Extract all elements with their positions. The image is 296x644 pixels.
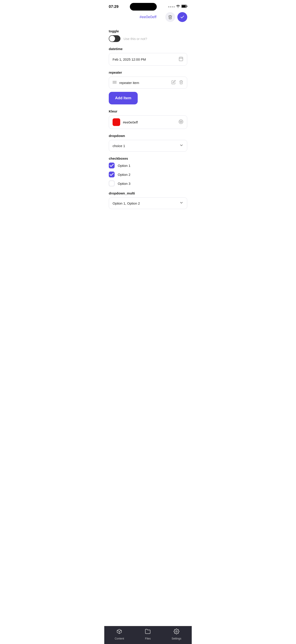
- status-bar: 07:29: [104, 0, 192, 12]
- header-title: #ee0e0eff: [140, 15, 156, 19]
- svg-point-10: [179, 120, 183, 124]
- signal-dots: [168, 6, 175, 8]
- svg-point-11: [180, 121, 180, 122]
- repeater-item-text: repeater item: [119, 81, 169, 85]
- svg-rect-2: [182, 6, 186, 8]
- checkbox-3[interactable]: [109, 180, 115, 186]
- repeater-section-label: repeater: [109, 70, 187, 74]
- toggle-switch[interactable]: [109, 35, 120, 42]
- checkbox-row-2[interactable]: Option 2: [109, 172, 187, 178]
- status-time: 07:29: [109, 4, 118, 9]
- svg-rect-9: [113, 83, 117, 84]
- repeater-item: repeater item: [109, 76, 187, 89]
- checkbox-list: Option 1 Option 2 Option 3: [109, 162, 187, 186]
- color-swatch: [113, 118, 120, 126]
- dropdown-multi-section-label: dropdown_multi: [109, 191, 187, 195]
- checkbox-label-1: Option 1: [118, 164, 131, 168]
- battery-icon: [181, 5, 187, 9]
- checkbox-label-2: Option 2: [118, 173, 131, 176]
- checkbox-2[interactable]: [109, 172, 115, 178]
- checkbox-row-3[interactable]: Option 3: [109, 180, 187, 186]
- palette-icon: [178, 119, 183, 125]
- datetime-section-label: datetime: [109, 47, 187, 51]
- repeater-delete-icon[interactable]: [179, 80, 183, 85]
- checkbox-row-1[interactable]: Option 1: [109, 162, 187, 168]
- wifi-icon: [176, 5, 180, 9]
- kleur-section-label: Kleur: [109, 109, 187, 113]
- dropdown-section-label: dropdown: [109, 134, 187, 138]
- svg-rect-1: [187, 6, 187, 7]
- datetime-value: Feb 1, 2025 12:00 PM: [113, 58, 146, 61]
- dropdown-multi-field[interactable]: Option 1, Option 2: [109, 198, 187, 209]
- toggle-hint: Use this or not?: [124, 37, 147, 41]
- checkbox-label-3: Option 3: [118, 182, 131, 186]
- confirm-button[interactable]: [177, 12, 187, 22]
- header: #ee0e0eff: [104, 12, 192, 22]
- checkbox-1[interactable]: [109, 162, 115, 168]
- status-pill: [130, 3, 157, 10]
- content-area: toggle Use this or not? datetime Feb 1, …: [104, 22, 192, 232]
- drag-handle-icon: [113, 80, 117, 85]
- dropdown-field[interactable]: choice 1: [109, 140, 187, 152]
- dropdown-chevron-icon: [179, 143, 183, 148]
- toggle-knob: [109, 36, 115, 42]
- toggle-row: Use this or not?: [109, 35, 187, 42]
- dropdown-value: choice 1: [113, 144, 125, 148]
- edit-icon[interactable]: [171, 80, 176, 85]
- svg-rect-7: [113, 81, 117, 82]
- header-actions: [165, 12, 187, 22]
- svg-rect-3: [179, 57, 183, 61]
- color-value-text: #ee0e0eff: [123, 120, 176, 124]
- svg-rect-8: [113, 82, 117, 82]
- repeater-item-actions: [171, 80, 183, 85]
- toggle-section-label: toggle: [109, 29, 187, 33]
- add-item-button[interactable]: Add Item: [109, 92, 138, 104]
- status-icons: [168, 5, 187, 9]
- color-field[interactable]: #ee0e0eff: [109, 116, 187, 129]
- datetime-field[interactable]: Feb 1, 2025 12:00 PM: [109, 53, 187, 66]
- checkboxes-section-label: checkboxes: [109, 156, 187, 160]
- dropdown-multi-value: Option 1, Option 2: [113, 202, 140, 205]
- calendar-icon: [178, 56, 183, 62]
- delete-button[interactable]: [165, 12, 175, 22]
- dropdown-multi-chevron-icon: [179, 201, 183, 206]
- svg-point-12: [181, 121, 182, 122]
